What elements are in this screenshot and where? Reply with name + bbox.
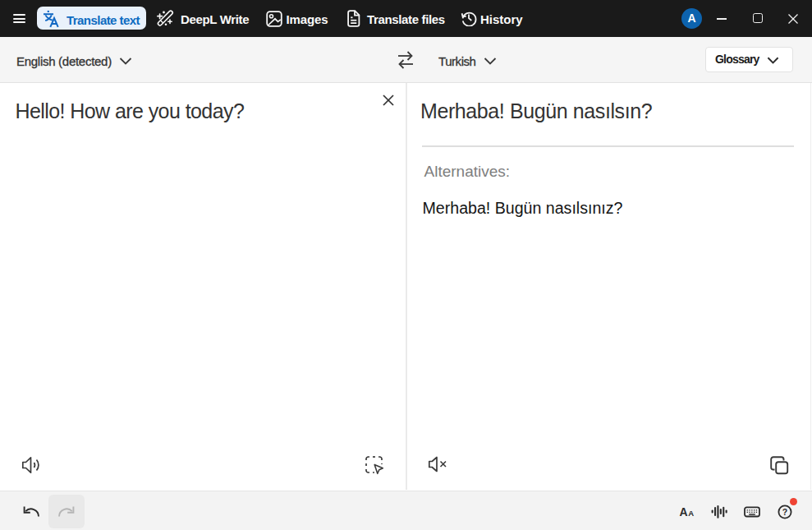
svg-text:?: ? [782,507,787,517]
